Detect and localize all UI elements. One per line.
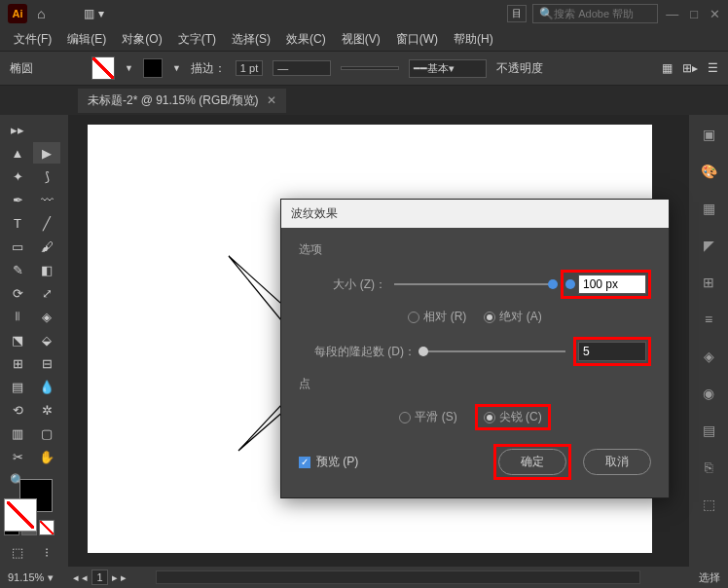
more-icon[interactable]: ☰ [708,61,718,75]
doc-info-icon[interactable]: 目 [507,5,527,22]
fill-color-swatch[interactable] [4,498,37,532]
cancel-button[interactable]: 取消 [583,449,651,475]
color-panel-icon[interactable]: 🎨 [698,162,719,181]
drawing-mode[interactable]: ⬚ [4,541,31,563]
brush-def[interactable] [341,66,399,70]
eraser-tool[interactable]: ◧ [33,259,60,280]
transparency-panel-icon[interactable]: ▤ [698,421,719,440]
selection-label: 选择 [699,570,720,585]
perspective-tool[interactable]: ⊞ [4,352,31,374]
symbols-panel-icon[interactable]: ⊞ [698,273,719,292]
properties-panel-icon[interactable]: ▣ [698,125,719,144]
expand-icon[interactable]: ▸▸ [4,119,31,140]
curvature-tool[interactable]: 〰 [33,189,60,210]
blend-tool[interactable]: ⟲ [4,399,31,421]
zoom-level[interactable]: 91.15% ▾ [8,571,54,584]
line-tool[interactable]: ╱ [33,212,60,234]
stroke-panel-icon[interactable]: ≡ [698,310,719,329]
menu-file[interactable]: 文件(F) [8,29,57,50]
selection-tool[interactable]: ▲ [4,142,31,164]
align-icon[interactable]: ▦ [662,61,673,75]
shape-builder-tool[interactable]: ⬔ [4,329,31,350]
preview-checkbox[interactable]: ✓预览 (P) [299,454,358,470]
opacity-label[interactable]: 不透明度 [496,60,543,77]
width-tool[interactable]: ⫴ [4,306,31,327]
document-tab[interactable]: 未标题-2* @ 91.15% (RGB/预览) ✕ [78,89,286,113]
gradient-tool[interactable]: ▤ [4,376,31,397]
minimize-icon[interactable]: — [666,7,678,21]
document-tab-title: 未标题-2* @ 91.15% (RGB/预览) [88,92,259,109]
menu-edit[interactable]: 编辑(E) [61,29,112,50]
artboard-nav[interactable]: ◂ ◂ 1 ▸ ▸ [73,570,126,585]
mesh-tool[interactable]: ⊟ [33,352,60,374]
layout-switcher[interactable]: ▥ ▾ [84,7,103,20]
eyedropper-tool[interactable]: 💧 [33,376,60,397]
appearance-panel-icon[interactable]: ◉ [698,384,719,403]
stroke-profile[interactable]: — [273,60,331,76]
chevron-down-icon[interactable]: ▼ [172,63,181,73]
points-section-label: 点 [299,376,651,392]
status-bar: 91.15% ▾ ◂ ◂ 1 ▸ ▸ 选择 [0,567,728,588]
menu-type[interactable]: 文字(T) [172,29,222,50]
direct-selection-tool[interactable]: ▶ [33,142,60,164]
rectangle-tool[interactable]: ▭ [4,236,31,257]
magic-wand-tool[interactable]: ✦ [4,165,31,187]
graphic-style[interactable]: ━━ 基本 ▾ [409,59,487,78]
options-bar: 椭圆 ▼ ▼ 描边： 1 pt — ━━ 基本 ▾ 不透明度 ▦ ⊞▸ ☰ [0,51,728,86]
options-section-label: 选项 [299,241,651,258]
artboard-tool[interactable]: ▢ [33,423,60,444]
slice-tool[interactable]: ✂ [4,446,31,467]
ridges-slider[interactable] [423,350,565,352]
none-mode-swatch[interactable] [39,520,55,535]
layers-panel-icon[interactable]: ◈ [698,347,719,366]
fill-swatch[interactable] [91,56,115,80]
swatches-panel-icon[interactable]: ▦ [698,199,719,218]
paintbrush-tool[interactable]: 🖌 [33,236,60,257]
stroke-width-input[interactable]: 1 pt [236,60,263,76]
menu-object[interactable]: 对象(O) [116,29,167,50]
menu-help[interactable]: 帮助(H) [448,29,499,50]
home-icon[interactable]: ⌂ [37,6,45,21]
ridges-label: 每段的隆起数 (D)： [299,344,416,360]
menu-effect[interactable]: 效果(C) [280,29,332,50]
symbol-sprayer-tool[interactable]: ✲ [33,399,60,421]
chevron-down-icon[interactable]: ▼ [125,63,133,73]
menu-window[interactable]: 窗口(W) [390,29,444,50]
menu-view[interactable]: 视图(V) [336,29,386,50]
corner-radio[interactable]: 尖锐 (C) [484,409,542,425]
size-slider[interactable] [394,283,553,285]
ridges-input[interactable] [578,342,646,361]
tab-close-icon[interactable]: ✕ [267,93,276,107]
stroke-swatch[interactable] [143,58,163,78]
search-input[interactable] [554,8,651,19]
stroke-label: 描边： [191,60,226,77]
size-input[interactable] [578,275,646,294]
scale-tool[interactable]: ⤢ [33,282,60,304]
libraries-panel-icon[interactable]: ⬚ [698,495,719,514]
ok-button[interactable]: 确定 [498,449,566,475]
maximize-icon[interactable]: □ [690,7,698,21]
asset-export-panel-icon[interactable]: ⎘ [698,458,719,477]
search-box[interactable]: 🔍 [532,4,658,23]
absolute-radio[interactable]: 绝对 (A) [484,309,541,325]
menu-select[interactable]: 选择(S) [226,29,276,50]
type-tool[interactable]: T [4,212,31,234]
horizontal-scrollbar[interactable] [156,570,640,584]
live-paint-tool[interactable]: ⬙ [33,329,60,350]
right-panels: ▣ 🎨 ▦ ◤ ⊞ ≡ ◈ ◉ ▤ ⎘ ⬚ [689,115,728,567]
pen-tool[interactable]: ✒ [4,189,31,210]
relative-radio[interactable]: 相对 (R) [408,309,466,325]
lasso-tool[interactable]: ⟆ [33,165,60,187]
transform-icon[interactable]: ⊞▸ [682,61,698,75]
smooth-radio[interactable]: 平滑 (S) [399,404,456,430]
free-transform-tool[interactable]: ◈ [33,306,60,327]
rotate-tool[interactable]: ⟳ [4,282,31,304]
color-controls[interactable] [4,498,53,512]
shaper-tool[interactable]: ✎ [4,259,31,280]
menu-bar: 文件(F) 编辑(E) 对象(O) 文字(T) 选择(S) 效果(C) 视图(V… [0,27,728,51]
brushes-panel-icon[interactable]: ◤ [698,236,719,255]
column-graph-tool[interactable]: ▥ [4,423,31,444]
scroll-dots-icon[interactable]: ⁝ [33,541,60,563]
close-icon[interactable]: ✕ [710,7,720,21]
hand-tool[interactable]: ✋ [33,446,60,467]
